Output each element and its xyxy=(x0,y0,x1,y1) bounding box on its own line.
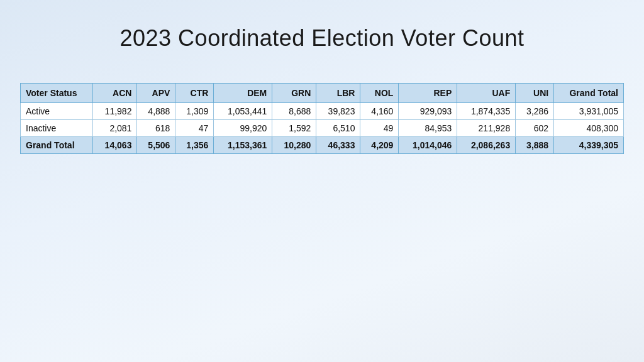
col-header-grand-total: Grand Total xyxy=(554,84,624,103)
data-cell: 1,153,361 xyxy=(214,137,272,154)
voter-status-cell: Inactive xyxy=(21,120,93,137)
data-cell: 46,333 xyxy=(316,137,360,154)
voter-status-cell: Active xyxy=(21,103,93,120)
data-cell: 602 xyxy=(516,120,554,137)
data-cell: 49 xyxy=(360,120,399,137)
data-cell: 99,920 xyxy=(214,120,272,137)
data-cell: 4,339,305 xyxy=(554,137,624,154)
data-cell: 6,510 xyxy=(316,120,360,137)
data-cell: 8,688 xyxy=(272,103,316,120)
table-body: Active11,9824,8881,3091,053,4418,68839,8… xyxy=(21,103,624,154)
data-cell: 408,300 xyxy=(554,120,624,137)
data-cell: 1,874,335 xyxy=(457,103,516,120)
col-header-acn: ACN xyxy=(93,84,137,103)
data-cell: 4,160 xyxy=(360,103,399,120)
data-cell: 3,888 xyxy=(516,137,554,154)
table-wrapper: Voter StatusACNAPVCTRDEMGRNLBRNOLREPUAFU… xyxy=(20,83,624,154)
data-cell: 39,823 xyxy=(316,103,360,120)
data-cell: 618 xyxy=(137,120,175,137)
col-header-uaf: UAF xyxy=(457,84,516,103)
table-row: Grand Total14,0635,5061,3561,153,36110,2… xyxy=(21,137,624,154)
data-cell: 2,086,263 xyxy=(457,137,516,154)
data-cell: 11,982 xyxy=(93,103,137,120)
data-cell: 929,093 xyxy=(399,103,457,120)
data-cell: 3,286 xyxy=(516,103,554,120)
page-title: 2023 Coordinated Election Voter Count xyxy=(120,25,525,52)
col-header-dem: DEM xyxy=(214,84,272,103)
col-header-uni: UNI xyxy=(516,84,554,103)
data-cell: 3,931,005 xyxy=(554,103,624,120)
data-cell: 1,592 xyxy=(272,120,316,137)
data-cell: 1,356 xyxy=(175,137,214,154)
table-row: Active11,9824,8881,3091,053,4418,68839,8… xyxy=(21,103,624,120)
data-cell: 14,063 xyxy=(93,137,137,154)
data-cell: 1,014,046 xyxy=(399,137,457,154)
col-header-rep: REP xyxy=(399,84,457,103)
table-row: Inactive2,0816184799,9201,5926,5104984,9… xyxy=(21,120,624,137)
data-cell: 211,928 xyxy=(457,120,516,137)
col-header-lbr: LBR xyxy=(316,84,360,103)
table-header-row: Voter StatusACNAPVCTRDEMGRNLBRNOLREPUAFU… xyxy=(21,84,624,103)
voter-status-cell: Grand Total xyxy=(21,137,93,154)
col-header-ctr: CTR xyxy=(175,84,214,103)
data-cell: 47 xyxy=(175,120,214,137)
data-cell: 5,506 xyxy=(137,137,175,154)
data-cell: 4,209 xyxy=(360,137,399,154)
data-cell: 10,280 xyxy=(272,137,316,154)
col-header-voter-status: Voter Status xyxy=(21,84,93,103)
data-cell: 4,888 xyxy=(137,103,175,120)
col-header-nol: NOL xyxy=(360,84,399,103)
data-cell: 2,081 xyxy=(93,120,137,137)
data-cell: 1,309 xyxy=(175,103,214,120)
voter-count-table: Voter StatusACNAPVCTRDEMGRNLBRNOLREPUAFU… xyxy=(20,83,624,154)
col-header-grn: GRN xyxy=(272,84,316,103)
col-header-apv: APV xyxy=(137,84,175,103)
data-cell: 1,053,441 xyxy=(214,103,272,120)
data-cell: 84,953 xyxy=(399,120,457,137)
